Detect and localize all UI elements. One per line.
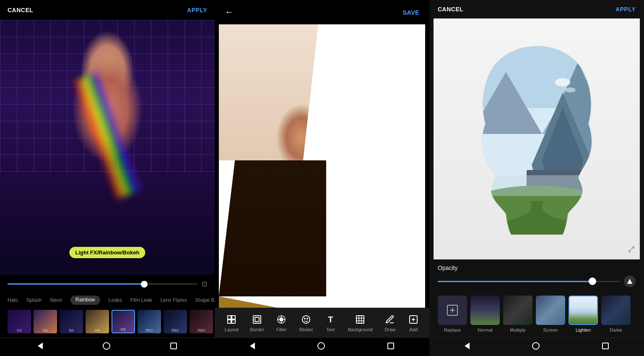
collage-grid [219,24,425,308]
tool-text[interactable]: T Text [325,314,336,332]
filter-thumb-re1[interactable]: RE1 [138,310,161,333]
filter-thumb-re[interactable]: RE [112,310,135,333]
left-nav-home-button[interactable] [103,342,110,352]
filter-tab-film-leak[interactable]: Film Leak [130,296,152,305]
left-nav-square-button[interactable] [170,343,177,351]
filter-thumb-n4[interactable]: N4 [34,310,57,333]
blend-mode-darken[interactable]: Darke [601,296,631,332]
right-cancel-button[interactable]: CANCEL [438,6,463,13]
right-nav-square-button[interactable] [602,342,609,352]
nav-tri-icon [38,343,43,349]
blend-thumb-screen [536,296,565,325]
text-label: Text [326,327,335,332]
left-panel: CANCEL APPLY Light FX/Rainbow/Bokeh ⊡ Ha… [0,0,215,356]
svg-rect-2 [228,320,231,323]
opacity-section: Opacity [429,259,644,292]
intensity-slider-fill [8,283,144,285]
border-label: Border [250,327,264,332]
blend-mode-normal[interactable]: Normal [470,296,500,332]
blend-thumb-darken [601,296,631,325]
tool-sticker[interactable]: Sticker [299,314,313,332]
blend-thumb-multiply [503,296,532,325]
opacity-slider-track[interactable] [438,281,620,282]
svg-rect-35 [460,206,614,247]
intensity-slider-thumb[interactable] [141,281,148,288]
right-nav-home-button[interactable] [532,342,540,352]
slider-adjust-icon: ⊡ [202,280,207,288]
blend-label-screen: Screen [543,327,558,332]
background-icon [354,314,366,325]
filter-thumb-n3[interactable]: N3 [8,310,31,333]
mid-back-button[interactable]: ← [225,7,234,18]
left-bottom-nav [0,338,215,356]
mid-panel: ← SAVE Layout [215,0,429,356]
filter-thumbnail-list: N3 N4 N5 N6 RE RE1 RB2 RB4 RB5 RB6 LE1 [0,307,215,338]
blend-mode-replace[interactable]: Replace [438,296,467,332]
nav-circle-icon [103,342,110,350]
head-silhouette [434,18,640,259]
intensity-slider-container: ⊡ [0,275,215,293]
blend-label-darken: Darke [610,327,622,332]
main-edit-image: Light FX/Rainbow/Bokeh [0,20,215,275]
tool-border[interactable]: Border [250,314,264,332]
mid-nav-home-button[interactable] [317,342,325,352]
blend-label-normal: Normal [478,327,492,332]
opacity-slider-thumb[interactable] [589,277,596,285]
intensity-slider-track[interactable] [8,283,197,285]
filter-tab-halo[interactable]: Halo [8,296,18,305]
left-nav-back-button[interactable] [38,343,43,351]
mid-header: ← SAVE [215,0,429,24]
svg-point-14 [307,318,308,319]
blend-mode-lighten[interactable]: Lighten [569,296,598,332]
collage-photo-1[interactable] [219,24,318,160]
filter-tab-neon[interactable]: Neon [50,296,62,305]
add-label: Add [409,327,418,332]
blend-mode-screen[interactable]: Screen [536,296,565,332]
right-nav-back-button[interactable] [465,342,470,352]
filter-tab-splash[interactable]: Splash [26,296,42,305]
tool-background[interactable]: Background [348,314,373,332]
draw-label: Draw [385,327,396,332]
double-exposure-canvas[interactable] [434,18,640,259]
opacity-slider-fill [438,281,592,282]
blend-label-multiply: Multiply [510,327,525,332]
mid-nav-square-button[interactable] [387,343,394,351]
filter-tab-lens-flares[interactable]: Lens Flares [161,296,187,305]
mid-save-button[interactable]: SAVE [402,9,419,16]
effect-badge: Light FX/Rainbow/Bokeh [69,247,145,258]
filter-tab-leaks[interactable]: Leaks [109,296,122,305]
svg-point-31 [555,78,570,86]
left-header: CANCEL APPLY [0,0,215,20]
collage-photo-2[interactable] [219,160,326,296]
draw-icon [384,314,396,325]
filter-tab-rainbow[interactable]: Rainbow [70,296,100,305]
tool-layout[interactable]: Layout [225,314,239,332]
svg-rect-15 [356,316,364,323]
svg-rect-1 [232,316,235,319]
resize-handle[interactable] [627,245,636,255]
collage-photo-3[interactable] [219,296,332,308]
opacity-reset-button[interactable] [624,275,636,287]
filter-thumb-n6[interactable]: N6 [86,310,109,333]
filter-thumb-rb4[interactable]: RB4 [190,310,213,333]
left-cancel-button[interactable]: CANCEL [8,7,33,13]
mid-nav-back-button[interactable] [250,343,255,351]
right-apply-button[interactable]: APPLY [615,6,636,13]
svg-rect-5 [255,317,259,322]
replace-icon [438,296,467,325]
right-nav-circle-icon [532,342,540,350]
add-icon [408,314,419,325]
collage-canvas[interactable] [219,24,425,308]
filter-thumb-n5[interactable]: N5 [60,310,83,333]
filter-thumb-rb2[interactable]: RB2 [164,310,187,333]
filter-tab-shape-bokeh[interactable]: Shape Bokeh [195,296,215,305]
blend-mode-list: Replace Normal Multiply Screen Lighten D… [429,292,644,338]
left-apply-button[interactable]: APPLY [187,7,207,13]
blend-mode-multiply[interactable]: Multiply [503,296,532,332]
back-arrow-icon: ← [225,7,234,17]
tool-filter[interactable]: Filter [275,314,287,332]
tool-add[interactable]: Add [408,314,419,332]
opacity-label: Opacity [438,264,636,271]
svg-rect-4 [253,316,261,323]
tool-draw[interactable]: Draw [384,314,396,332]
